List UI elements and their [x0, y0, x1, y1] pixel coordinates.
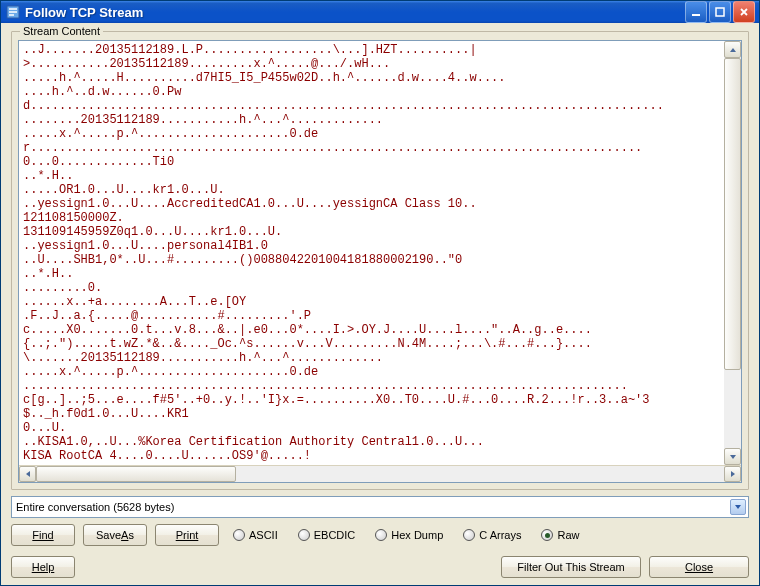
scroll-down-button[interactable] — [724, 448, 741, 465]
scroll-up-button[interactable] — [724, 41, 741, 58]
conversation-dropdown-text: Entire conversation (5628 bytes) — [16, 501, 730, 513]
radio-ascii[interactable]: ASCII — [233, 529, 278, 541]
stream-content-group: Stream Content ..J.......20135112189.L.P… — [11, 31, 749, 490]
radio-icon — [298, 529, 310, 541]
print-button[interactable]: Print — [155, 524, 219, 546]
maximize-button[interactable] — [709, 1, 731, 23]
scroll-left-button[interactable] — [19, 466, 36, 482]
stream-textarea[interactable]: ..J.......20135112189.L.P...............… — [18, 40, 742, 483]
window-title: Follow TCP Stream — [25, 5, 685, 20]
radio-icon — [375, 529, 387, 541]
app-icon — [5, 4, 21, 20]
minimize-button[interactable] — [685, 1, 707, 23]
find-button[interactable]: Find — [11, 524, 75, 546]
radio-icon — [541, 529, 553, 541]
svg-rect-1 — [692, 14, 700, 16]
radio-raw[interactable]: Raw — [541, 529, 579, 541]
help-button[interactable]: Help — [11, 556, 75, 578]
radio-icon — [463, 529, 475, 541]
horizontal-scroll-thumb[interactable] — [36, 466, 236, 482]
radio-hexdump[interactable]: Hex Dump — [375, 529, 443, 541]
radio-ebcdic[interactable]: EBCDIC — [298, 529, 356, 541]
horizontal-scrollbar[interactable] — [19, 465, 741, 482]
filter-out-button[interactable]: Filter Out This Stream — [501, 556, 641, 578]
title-bar: Follow TCP Stream — [1, 1, 759, 23]
scroll-right-button[interactable] — [724, 466, 741, 482]
radio-carrays[interactable]: C Arrays — [463, 529, 521, 541]
save-as-button[interactable]: Save As — [83, 524, 147, 546]
encoding-radio-group: ASCII EBCDIC Hex Dump C Arrays Raw — [233, 529, 579, 541]
vertical-scrollbar[interactable] — [724, 41, 741, 465]
group-label: Stream Content — [20, 25, 103, 37]
close-button[interactable] — [733, 1, 755, 23]
close-dialog-button[interactable]: Close — [649, 556, 749, 578]
stream-text: ..J.......20135112189.L.P...............… — [19, 41, 741, 465]
vertical-scroll-thumb[interactable] — [724, 58, 741, 370]
conversation-dropdown[interactable]: Entire conversation (5628 bytes) — [11, 496, 749, 518]
radio-icon — [233, 529, 245, 541]
chevron-down-icon — [730, 499, 746, 515]
svg-rect-2 — [716, 8, 724, 16]
